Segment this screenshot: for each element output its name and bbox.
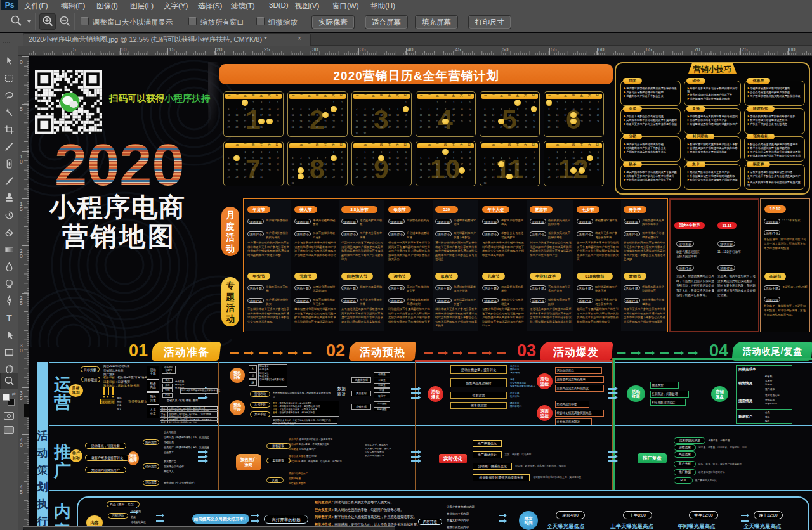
svg-text:T: T [6, 313, 12, 323]
